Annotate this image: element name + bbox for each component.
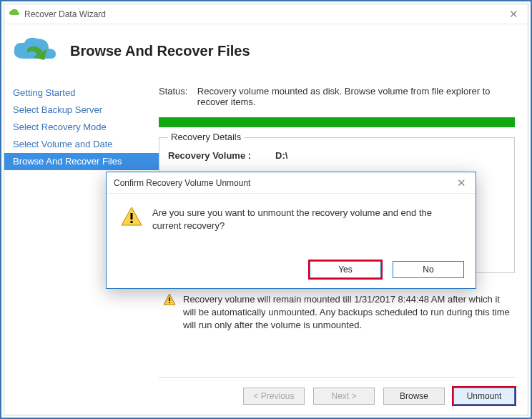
status-row: Status: Recovery volume mounted as disk.…	[159, 80, 515, 117]
next-button: Next >	[313, 388, 375, 405]
header: Browse And Recover Files	[4, 24, 528, 80]
yes-button[interactable]: Yes	[310, 261, 381, 278]
sidebar-item-recovery-mode[interactable]: Select Recovery Mode	[4, 119, 159, 136]
sidebar-item-getting-started[interactable]: Getting Started	[4, 84, 159, 102]
svg-rect-0	[169, 297, 170, 301]
cloud-logo-icon	[11, 36, 57, 66]
browse-button[interactable]: Browse	[383, 388, 445, 405]
dialog-close-icon[interactable]: ✕	[451, 177, 471, 189]
warning-text: Recovery volume will remain mounted till…	[176, 293, 515, 332]
unmount-button[interactable]: Unmount	[453, 388, 515, 405]
volume-label: Recovery Volume :	[168, 150, 275, 161]
status-label: Status:	[159, 86, 197, 107]
svg-rect-2	[131, 213, 133, 220]
sidebar-item-backup-server[interactable]: Select Backup Server	[4, 102, 159, 119]
warning-icon	[163, 293, 176, 310]
close-icon[interactable]: ✕	[499, 4, 528, 24]
previous-button: < Previous	[243, 388, 305, 405]
svg-rect-3	[131, 221, 133, 223]
status-text: Recovery volume mounted as disk. Browse …	[197, 86, 515, 107]
app-icon	[9, 9, 20, 19]
svg-rect-1	[169, 302, 170, 303]
page-title: Browse And Recover Files	[70, 43, 250, 59]
no-button[interactable]: No	[393, 261, 464, 278]
dialog-title: Confirm Recovery Volume Unmount	[114, 178, 451, 188]
confirm-unmount-dialog: Confirm Recovery Volume Unmount ✕ Are yo…	[106, 172, 476, 289]
sidebar-item-browse-recover[interactable]: Browse And Recover Files	[4, 153, 159, 170]
footer: < Previous Next > Browse Unmount	[159, 377, 515, 409]
sidebar-item-volume-date[interactable]: Select Volume and Date	[4, 136, 159, 153]
fieldset-legend: Recovery Details	[168, 132, 244, 142]
progress-bar	[159, 117, 515, 127]
dialog-message: Are you sure you want to unmount the rec…	[142, 207, 463, 261]
volume-value: D:\	[275, 150, 287, 161]
warning-icon	[121, 207, 142, 261]
window-title: Recover Data Wizard	[24, 9, 499, 19]
titlebar: Recover Data Wizard ✕	[4, 4, 528, 24]
